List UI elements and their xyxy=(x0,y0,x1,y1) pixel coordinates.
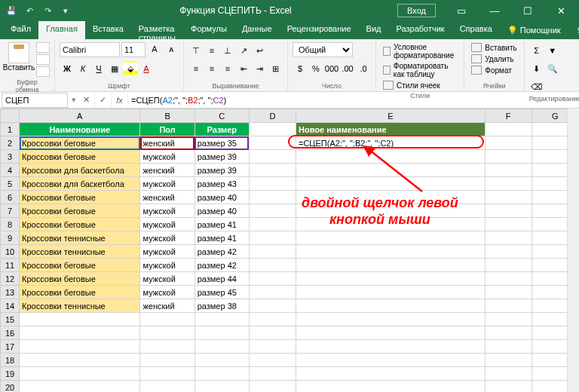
cell[interactable]: Кроссовки беговые xyxy=(20,218,140,231)
row-header[interactable]: 5 xyxy=(1,177,20,191)
cell[interactable] xyxy=(485,286,532,299)
cell[interactable] xyxy=(195,354,249,367)
cell[interactable] xyxy=(20,354,140,367)
cell[interactable] xyxy=(296,204,486,218)
tab-view[interactable]: Вид xyxy=(359,21,389,39)
col-header[interactable]: B xyxy=(140,109,195,123)
cell[interactable]: Наименование xyxy=(20,123,140,136)
row-header[interactable]: 14 xyxy=(1,299,20,313)
cell[interactable] xyxy=(485,245,532,259)
cell[interactable]: размер 39 xyxy=(195,150,249,164)
clear-icon[interactable]: ⌫ xyxy=(529,80,544,93)
cell[interactable] xyxy=(195,340,249,354)
cell[interactable]: женский xyxy=(140,164,195,177)
cell[interactable] xyxy=(249,381,296,393)
cell[interactable]: размер 41 xyxy=(195,231,249,245)
font-color-button[interactable]: A xyxy=(139,62,154,75)
format-as-table-button[interactable]: Форматировать как таблицу xyxy=(381,61,459,79)
decrease-font-icon[interactable]: ᴀ xyxy=(164,42,179,56)
cell[interactable] xyxy=(249,123,296,136)
row-header[interactable]: 12 xyxy=(1,272,20,286)
cell[interactable] xyxy=(296,150,486,164)
cell[interactable] xyxy=(249,136,296,150)
cell[interactable] xyxy=(485,272,532,286)
cell[interactable] xyxy=(485,299,532,313)
cell[interactable]: мужской xyxy=(140,231,195,245)
merge-icon[interactable]: ⊞ xyxy=(268,62,283,75)
orientation-icon[interactable]: ↗ xyxy=(236,44,251,57)
currency-icon[interactable]: $ xyxy=(293,62,308,75)
cell[interactable]: Кроссовки беговые xyxy=(20,191,140,204)
cell[interactable] xyxy=(485,150,532,164)
cut-button[interactable] xyxy=(36,42,50,53)
cell[interactable] xyxy=(20,367,140,381)
align-center-icon[interactable]: ≡ xyxy=(204,62,219,75)
cell[interactable]: женский xyxy=(140,191,195,204)
row-header[interactable]: 4 xyxy=(1,164,20,177)
vertical-scrollbar[interactable] xyxy=(567,109,579,392)
col-header[interactable]: F xyxy=(485,109,532,123)
cell[interactable] xyxy=(485,204,532,218)
cell[interactable] xyxy=(249,340,296,354)
ribbon-options-icon[interactable]: ▭ xyxy=(446,0,476,21)
cell[interactable] xyxy=(296,164,486,177)
cell[interactable] xyxy=(195,381,249,393)
row-header[interactable]: 13 xyxy=(1,286,20,299)
tab-layout[interactable]: Разметка страницы xyxy=(131,21,183,39)
col-header[interactable]: A xyxy=(20,109,140,123)
cell[interactable]: женский xyxy=(140,136,195,150)
col-header[interactable]: D xyxy=(249,109,296,123)
cell[interactable] xyxy=(20,381,140,393)
row-header[interactable]: 18 xyxy=(1,354,20,367)
undo-icon[interactable]: ↶ xyxy=(21,2,38,19)
copy-button[interactable] xyxy=(36,54,50,65)
cell[interactable]: Кроссовки теннисные xyxy=(20,245,140,259)
row-header[interactable]: 1 xyxy=(1,123,20,136)
paste-button[interactable]: Вставить xyxy=(5,42,33,72)
cell[interactable]: Пол xyxy=(140,123,195,136)
increase-decimal-icon[interactable]: .00 xyxy=(340,62,355,75)
tab-data[interactable]: Данные xyxy=(234,21,280,39)
cell[interactable] xyxy=(296,340,486,354)
cell[interactable]: Кроссовки для баскетбола xyxy=(20,177,140,191)
row-header[interactable]: 7 xyxy=(1,204,20,218)
cell[interactable] xyxy=(140,313,195,326)
cell[interactable] xyxy=(485,164,532,177)
row-header[interactable]: 10 xyxy=(1,245,20,259)
cell[interactable] xyxy=(296,286,486,299)
decrease-indent-icon[interactable]: ⇤ xyxy=(236,62,251,75)
cell[interactable] xyxy=(249,286,296,299)
row-header[interactable]: 3 xyxy=(1,150,20,164)
cell[interactable] xyxy=(485,259,532,272)
percent-icon[interactable]: % xyxy=(308,62,323,75)
row-header[interactable]: 16 xyxy=(1,326,20,340)
cell[interactable] xyxy=(140,367,195,381)
row-header[interactable]: 11 xyxy=(1,259,20,272)
cell[interactable] xyxy=(140,354,195,367)
name-box[interactable]: СЦЕП xyxy=(2,93,68,108)
tab-developer[interactable]: Разработчик xyxy=(389,21,452,39)
cell[interactable]: женский xyxy=(140,299,195,313)
col-header[interactable]: E xyxy=(296,109,486,123)
cell[interactable] xyxy=(249,354,296,367)
autosum-icon[interactable]: Σ xyxy=(529,44,544,57)
cell[interactable] xyxy=(249,313,296,326)
enter-formula-icon[interactable]: ✓ xyxy=(95,93,112,108)
cell[interactable]: размер 35 xyxy=(195,136,249,150)
cell[interactable]: Кроссовки теннисные xyxy=(20,299,140,313)
cell[interactable]: Кроссовки беговые xyxy=(20,150,140,164)
cell[interactable] xyxy=(296,259,486,272)
cell[interactable]: Кроссовки беговые xyxy=(20,259,140,272)
cell[interactable] xyxy=(249,150,296,164)
align-left-icon[interactable]: ≡ xyxy=(188,62,204,75)
cell[interactable] xyxy=(485,136,532,150)
cell[interactable]: размер 45 xyxy=(195,286,249,299)
row-header[interactable]: 19 xyxy=(1,367,20,381)
cell[interactable]: мужской xyxy=(140,204,195,218)
cell[interactable] xyxy=(485,354,532,367)
cell[interactable]: Кроссовки беговые xyxy=(20,136,140,150)
select-all-corner[interactable] xyxy=(1,109,20,123)
cell[interactable]: Кроссовки беговые xyxy=(20,204,140,218)
row-header[interactable]: 15 xyxy=(1,313,20,326)
cell[interactable] xyxy=(296,218,486,231)
